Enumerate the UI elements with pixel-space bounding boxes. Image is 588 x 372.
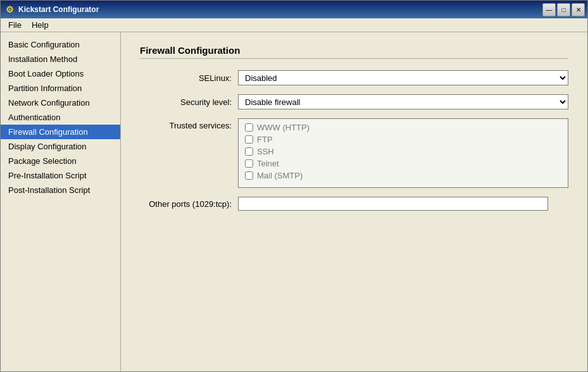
sidebar-item-display-configuration[interactable]: Display Configuration xyxy=(1,139,120,154)
trusted-services-control: WWW (HTTP) FTP SSH Telnet xyxy=(238,118,568,188)
sidebar-item-package-selection[interactable]: Package Selection xyxy=(1,154,120,168)
main-window: ⚙ Kickstart Configurator — □ ✕ File Help… xyxy=(0,0,588,372)
sidebar-item-boot-loader-options[interactable]: Boot Loader Options xyxy=(1,66,120,81)
other-ports-label: Other ports (1029:tcp): xyxy=(140,199,238,209)
checkbox-ssh: SSH xyxy=(245,147,561,156)
trusted-services-label: Trusted services: xyxy=(140,118,238,130)
close-button[interactable]: ✕ xyxy=(572,3,585,16)
title-controls: — □ ✕ xyxy=(542,3,585,16)
selinux-label: SELinux: xyxy=(140,73,238,83)
checkbox-www-http-input[interactable] xyxy=(245,123,253,132)
other-ports-row: Other ports (1029:tcp): xyxy=(140,197,568,211)
other-ports-control xyxy=(238,197,568,211)
sidebar-item-network-configuration[interactable]: Network Configuration xyxy=(1,96,120,110)
checkbox-mail-smtp-label: Mail (SMTP) xyxy=(257,171,303,180)
checkbox-www-http-label: WWW (HTTP) xyxy=(257,123,310,132)
sidebar-item-basic-configuration[interactable]: Basic Configuration xyxy=(1,37,120,52)
checkbox-ssh-input[interactable] xyxy=(245,147,253,156)
sidebar-item-post-installation-script[interactable]: Post-Installation Script xyxy=(1,183,120,197)
security-level-control: Disable firewall Enable firewall No fire… xyxy=(238,94,568,109)
selinux-row: SELinux: Disabled Enforcing Permissive xyxy=(140,70,568,85)
other-ports-input[interactable] xyxy=(238,197,548,211)
menu-help[interactable]: Help xyxy=(27,19,54,31)
checkbox-telnet-label: Telnet xyxy=(257,159,279,168)
security-level-select[interactable]: Disable firewall Enable firewall No fire… xyxy=(238,94,568,109)
section-title: Firewall Configuration xyxy=(140,45,568,59)
checkbox-ftp: FTP xyxy=(245,135,561,144)
checkbox-ssh-label: SSH xyxy=(257,147,274,156)
checkbox-www-http: WWW (HTTP) xyxy=(245,123,561,132)
title-bar: ⚙ Kickstart Configurator — □ ✕ xyxy=(1,1,587,18)
sidebar-item-pre-installation-script[interactable]: Pre-Installation Script xyxy=(1,168,120,183)
checkbox-ftp-input[interactable] xyxy=(245,135,253,144)
trusted-services-box: WWW (HTTP) FTP SSH Telnet xyxy=(238,118,568,188)
window-title: Kickstart Configurator xyxy=(18,5,99,14)
sidebar-item-installation-method[interactable]: Installation Method xyxy=(1,52,120,66)
sidebar-item-authentication[interactable]: Authentication xyxy=(1,110,120,125)
checkbox-mail-smtp: Mail (SMTP) xyxy=(245,171,561,180)
menu-file[interactable]: File xyxy=(3,19,27,31)
checkbox-mail-smtp-input[interactable] xyxy=(245,171,253,180)
selinux-control: Disabled Enforcing Permissive xyxy=(238,70,568,85)
title-bar-left: ⚙ Kickstart Configurator xyxy=(4,4,99,15)
minimize-button[interactable]: — xyxy=(542,3,556,16)
checkbox-telnet-input[interactable] xyxy=(245,159,253,168)
content-area: Firewall Configuration SELinux: Disabled… xyxy=(121,32,587,371)
main-area: Basic Configuration Installation Method … xyxy=(1,32,587,371)
trusted-services-row: Trusted services: WWW (HTTP) FTP xyxy=(140,118,568,188)
sidebar: Basic Configuration Installation Method … xyxy=(1,32,121,371)
security-level-label: Security level: xyxy=(140,97,238,107)
selinux-select[interactable]: Disabled Enforcing Permissive xyxy=(238,70,568,85)
checkbox-telnet: Telnet xyxy=(245,159,561,168)
security-level-row: Security level: Disable firewall Enable … xyxy=(140,94,568,109)
maximize-button[interactable]: □ xyxy=(557,3,570,16)
app-icon: ⚙ xyxy=(4,4,15,15)
menu-bar: File Help xyxy=(1,18,587,32)
sidebar-item-firewall-configuration[interactable]: Firewall Configuration xyxy=(1,125,120,139)
sidebar-item-partition-information[interactable]: Partition Information xyxy=(1,81,120,96)
checkbox-ftp-label: FTP xyxy=(257,135,273,144)
